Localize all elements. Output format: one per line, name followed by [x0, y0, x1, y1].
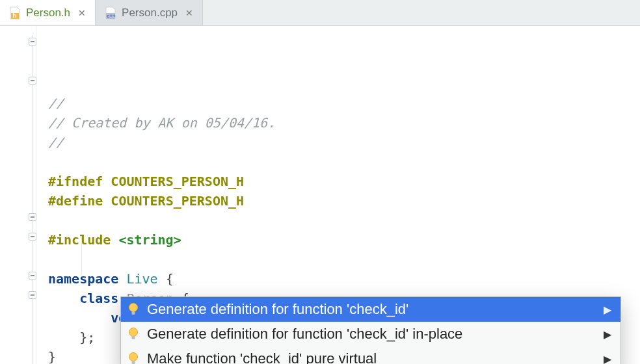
svg-rect-7: [132, 336, 135, 339]
code-comment: //: [48, 135, 64, 150]
tab-person-h[interactable]: h Person.h ✕: [0, 0, 96, 25]
intention-label: Generate definition for function 'check_…: [147, 326, 462, 343]
gutter: [0, 26, 36, 364]
fold-marker-icon[interactable]: [29, 213, 36, 221]
intention-item-make-pure-virtual[interactable]: Make function 'check_id' pure virtual ▶: [121, 346, 620, 364]
tab-person-cpp[interactable]: c++ Person.cpp ✕: [96, 0, 203, 25]
header-file-icon: h: [9, 6, 21, 20]
tab-label: Person.h: [26, 6, 70, 20]
intention-label: Generate definition for function 'check_…: [147, 301, 408, 318]
svg-text:h: h: [13, 12, 17, 19]
code-include: <string>: [118, 232, 181, 248]
fold-marker-icon[interactable]: [29, 77, 36, 84]
code-macro: COUNTERS_PERSON_H: [111, 193, 244, 209]
lightbulb-icon: [127, 302, 139, 317]
fold-marker-icon[interactable]: [29, 233, 36, 240]
submenu-arrow-icon: ▶: [604, 353, 611, 365]
code-brace: {: [158, 271, 174, 287]
lightbulb-icon: [127, 352, 139, 364]
lightbulb-icon: [127, 327, 139, 341]
svg-rect-5: [132, 311, 135, 315]
svg-point-8: [129, 353, 138, 361]
svg-point-6: [129, 328, 138, 337]
fold-marker-icon[interactable]: [29, 272, 36, 280]
code-preprocessor: #include: [48, 232, 111, 248]
fold-marker-icon[interactable]: [29, 38, 36, 46]
close-icon[interactable]: ✕: [78, 8, 86, 18]
code-namespace: Live: [126, 271, 157, 287]
code-preprocessor: #ifndef: [48, 174, 103, 189]
code-keyword: class: [79, 291, 118, 306]
cpp-file-icon: c++: [105, 6, 116, 20]
fold-marker-icon[interactable]: [29, 291, 36, 299]
svg-rect-9: [132, 361, 135, 364]
editor: // // Created by AK on 05/04/16. // #ifn…: [0, 26, 640, 364]
submenu-arrow-icon: ▶: [604, 304, 611, 316]
code-comment: //: [48, 96, 64, 111]
tab-label: Person.cpp: [122, 6, 178, 20]
code-keyword: namespace: [48, 271, 118, 287]
code-comment: // Created by AK on 05/04/16.: [48, 115, 275, 131]
svg-point-4: [129, 304, 138, 312]
submenu-arrow-icon: ▶: [604, 328, 611, 341]
intention-label: Make function 'check_id' pure virtual: [147, 350, 377, 364]
intention-item-generate-inplace[interactable]: Generate definition for function 'check_…: [121, 322, 620, 346]
code-brace: };: [79, 330, 95, 345]
intention-item-generate-definition[interactable]: Generate definition for function 'check_…: [121, 297, 620, 322]
svg-text:c++: c++: [107, 13, 116, 19]
tab-bar: h Person.h ✕ c++ Person.cpp ✕: [0, 0, 640, 26]
intention-popup: Generate definition for function 'check_…: [120, 296, 621, 364]
code-macro: COUNTERS_PERSON_H: [111, 174, 244, 189]
code-brace: }: [48, 349, 56, 364]
close-icon[interactable]: ✕: [185, 8, 193, 18]
code-preprocessor: #define: [48, 193, 103, 209]
